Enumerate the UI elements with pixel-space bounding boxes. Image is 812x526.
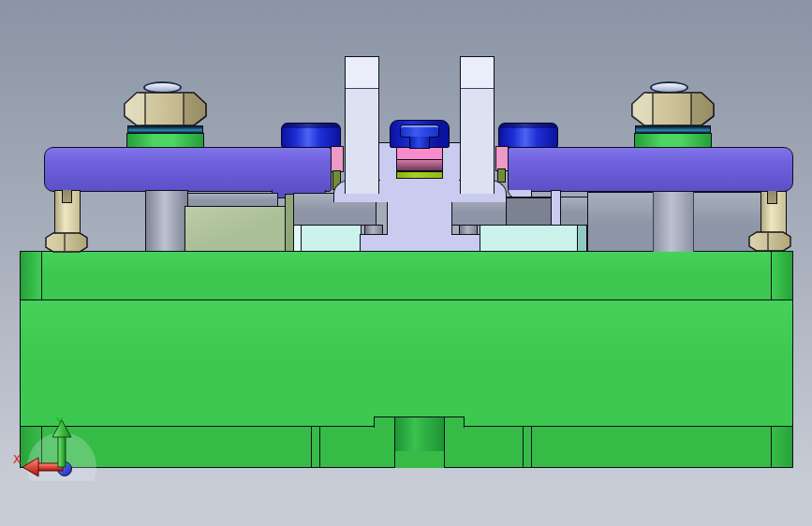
base-center-bore[interactable] xyxy=(394,416,445,452)
base-top-strip-right-edge xyxy=(771,251,793,300)
flange-nut-cap xyxy=(400,124,439,138)
lavender-strip-right xyxy=(551,190,561,226)
pink-bushing-edge-left xyxy=(331,146,344,172)
base-center-bore-lip xyxy=(394,451,445,468)
clevis-prong-right[interactable] xyxy=(460,56,495,194)
spacer-ring-left[interactable] xyxy=(126,133,204,148)
bracket-base[interactable] xyxy=(360,234,480,252)
cyan-block-left[interactable] xyxy=(301,225,362,252)
post-slot-right xyxy=(767,191,777,204)
clamp-plate-right[interactable] xyxy=(508,147,793,192)
cad-viewport[interactable]: X Y xyxy=(0,0,812,526)
hex-nut-lower-left[interactable] xyxy=(45,232,88,253)
post-slot-left xyxy=(62,190,72,203)
cyan-block-right[interactable] xyxy=(480,225,578,252)
bracket-column[interactable] xyxy=(387,201,452,235)
gray-block-right[interactable] xyxy=(506,197,552,226)
base-bottom-right-edge xyxy=(771,426,793,468)
stud-shank-right[interactable] xyxy=(653,192,694,252)
cyan-block-right-edge xyxy=(577,225,587,252)
pink-bushing-edge-right xyxy=(495,146,509,171)
clevis-prong-left[interactable] xyxy=(345,56,379,194)
mauve-bushing-band xyxy=(396,160,443,171)
base-body[interactable] xyxy=(20,300,793,427)
base-top-strip[interactable] xyxy=(20,251,793,300)
hex-nut-top-right[interactable] xyxy=(631,91,715,127)
flange-nut-neck xyxy=(409,137,430,149)
chartreuse-ring[interactable] xyxy=(396,171,443,179)
bushing-left[interactable] xyxy=(281,123,341,148)
gray-bar-left[interactable] xyxy=(185,193,278,207)
olive-bar-right xyxy=(497,168,506,183)
bushing-right[interactable] xyxy=(498,123,558,148)
orientation-triad: X Y xyxy=(7,410,105,481)
hex-nut-lower-right[interactable] xyxy=(748,231,791,252)
stud-shank-left[interactable] xyxy=(145,190,188,252)
x-axis-label: X xyxy=(13,453,21,466)
hex-nut-top-left[interactable] xyxy=(124,91,207,127)
base-joint-line-left xyxy=(311,426,320,468)
clamp-plate-left[interactable] xyxy=(44,147,332,192)
base-joint-line-right xyxy=(523,426,532,468)
base-top-strip-left-edge xyxy=(20,251,42,300)
spacer-ring-right[interactable] xyxy=(634,133,712,148)
y-axis-label: Y xyxy=(55,416,64,429)
sage-block-left[interactable] xyxy=(185,206,286,252)
